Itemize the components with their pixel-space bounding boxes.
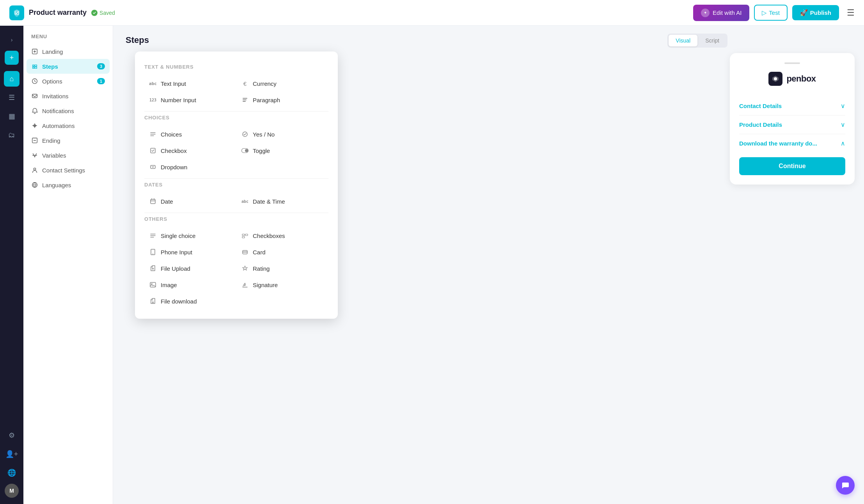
- folder-icon-button[interactable]: 🗂: [4, 127, 20, 143]
- preview-logo-text: penbox: [786, 74, 816, 84]
- home-icon-button[interactable]: ⌂: [4, 71, 20, 87]
- continue-button[interactable]: Continue: [739, 157, 845, 175]
- dates-grid: Date abc Date & Time: [144, 193, 328, 209]
- panel-item-choices[interactable]: Choices: [144, 126, 236, 142]
- sidebar-item-automations[interactable]: Automations: [23, 118, 113, 133]
- panel-item-date[interactable]: Date: [144, 193, 236, 209]
- panel-item-checkbox[interactable]: Checkbox: [144, 142, 236, 159]
- svg-point-26: [774, 77, 777, 80]
- sidebar: Menu Landing Steps 3 Options 1 Invitatio…: [23, 26, 113, 504]
- saved-badge: Saved: [91, 10, 115, 16]
- svg-rect-22: [243, 252, 247, 252]
- list-icon-button[interactable]: ☰: [4, 90, 20, 105]
- panel-item-rating[interactable]: Rating: [236, 260, 328, 277]
- preview-section-contact-details[interactable]: Contact Details ∨: [739, 97, 845, 115]
- panel-item-phone-input[interactable]: Phone Input: [144, 244, 236, 260]
- sidebar-item-notifications[interactable]: Notifications: [23, 103, 113, 118]
- view-visual-button[interactable]: Visual: [669, 35, 697, 46]
- panel-item-toggle[interactable]: Toggle: [236, 142, 328, 159]
- saved-dot-icon: [91, 10, 98, 16]
- globe-icon-button[interactable]: 🌐: [4, 465, 20, 481]
- toggle-icon: [241, 147, 249, 154]
- page-title: Steps: [126, 35, 852, 45]
- date-icon: [149, 197, 157, 205]
- panel-item-number-input[interactable]: 123 Number Input: [144, 92, 236, 108]
- phone-icon: [149, 248, 157, 256]
- preview-section-download[interactable]: Download the warranty do... ∧: [739, 134, 845, 153]
- app-title: Product warranty: [29, 9, 87, 17]
- file-upload-icon: [149, 264, 157, 272]
- sidebar-item-variables[interactable]: Variables: [23, 148, 113, 163]
- paragraph-icon: [241, 96, 249, 104]
- icon-bar: › + ⌂ ☰ ▦ 🗂 ⚙ 👤+ 🌐 M: [0, 26, 23, 504]
- collapse-sidebar-button[interactable]: ›: [4, 32, 20, 48]
- panel-item-yes-no[interactable]: Yes / No: [236, 126, 328, 142]
- avatar-button[interactable]: M: [5, 484, 19, 498]
- penbox-logo-icon: [768, 72, 782, 86]
- publish-button[interactable]: 🚀 Publish: [792, 5, 839, 20]
- add-element-panel: Text & Numbers abc Text Input € Currency…: [135, 51, 338, 319]
- app-logo: [9, 5, 24, 20]
- text-numbers-grid: abc Text Input € Currency 123 Number Inp…: [144, 75, 328, 108]
- table-icon-button[interactable]: ▦: [4, 108, 20, 124]
- date-time-icon: abc: [241, 197, 249, 205]
- sidebar-item-options[interactable]: Options 1: [23, 74, 113, 89]
- svg-point-20: [153, 254, 153, 254]
- panel-item-checkboxes[interactable]: Checkboxes: [236, 227, 328, 244]
- sidebar-menu-label: Menu: [23, 34, 113, 44]
- panel-item-date-time[interactable]: abc Date & Time: [236, 193, 328, 209]
- panel-item-dropdown[interactable]: Dropdown: [144, 159, 236, 175]
- panel-item-single-choice[interactable]: Single choice: [144, 227, 236, 244]
- file-download-icon: [149, 297, 157, 305]
- panel-item-signature[interactable]: Signature: [236, 277, 328, 293]
- sidebar-item-landing[interactable]: Landing: [23, 44, 113, 59]
- chat-bubble-button[interactable]: [836, 476, 855, 495]
- svg-rect-17: [242, 234, 245, 236]
- main-inner: Text & Numbers abc Text Input € Currency…: [113, 45, 864, 319]
- options-badge: 1: [97, 78, 105, 84]
- sidebar-item-contact-settings[interactable]: Contact Settings: [23, 163, 113, 177]
- choices-grid: Choices Yes / No Checkbox: [144, 126, 328, 175]
- topbar: Product warranty Saved ✦ Edit with AI ▷ …: [0, 0, 864, 26]
- panel-item-file-upload[interactable]: File Upload: [144, 260, 236, 277]
- sidebar-item-invitations[interactable]: Invitations: [23, 89, 113, 103]
- topbar-actions: ✦ Edit with AI ▷ Test 🚀 Publish ☰: [693, 5, 855, 21]
- svg-rect-23: [150, 282, 156, 287]
- section-title-text-numbers: Text & Numbers: [144, 64, 328, 70]
- user-add-icon-button[interactable]: 👤+: [4, 446, 20, 462]
- icon-bar-bottom: ⚙ 👤+ 🌐 M: [4, 428, 20, 498]
- preview-section-product-details[interactable]: Product Details ∨: [739, 115, 845, 134]
- svg-point-14: [245, 149, 248, 152]
- view-script-button[interactable]: Script: [698, 35, 726, 46]
- add-button[interactable]: +: [5, 51, 19, 65]
- choices-icon: [149, 130, 157, 138]
- section-title-others: Others: [144, 216, 328, 222]
- main-content-area: Text & Numbers abc Text Input € Currency…: [113, 45, 730, 319]
- sidebar-item-steps[interactable]: Steps 3: [27, 59, 110, 74]
- number-input-icon: 123: [149, 96, 157, 104]
- test-button[interactable]: ▷ Test: [754, 5, 788, 21]
- svg-rect-19: [242, 236, 245, 238]
- panel-item-image[interactable]: Image: [144, 277, 236, 293]
- sidebar-item-ending[interactable]: Ending: [23, 133, 113, 148]
- panel-item-currency[interactable]: € Currency: [236, 75, 328, 92]
- drag-handle: [784, 62, 800, 64]
- currency-icon: €: [241, 80, 249, 87]
- preview-logo: penbox: [739, 72, 845, 86]
- settings-icon-button[interactable]: ⚙: [4, 428, 20, 443]
- panel-item-paragraph[interactable]: Paragraph: [236, 92, 328, 108]
- svg-rect-16: [151, 199, 155, 204]
- sidebar-item-languages[interactable]: Languages: [23, 177, 113, 192]
- menu-button[interactable]: ☰: [847, 8, 855, 18]
- checkboxes-icon: [241, 232, 249, 240]
- edit-ai-button[interactable]: ✦ Edit with AI: [693, 5, 749, 21]
- preview-panel: penbox Contact Details ∨ Product Details…: [730, 53, 855, 185]
- svg-point-24: [151, 284, 153, 285]
- panel-item-file-download[interactable]: File download: [144, 293, 236, 309]
- panel-item-card[interactable]: Card: [236, 244, 328, 260]
- section-title-dates: Dates: [144, 182, 328, 188]
- section-title-choices: Choices: [144, 115, 328, 121]
- panel-item-text-input[interactable]: abc Text Input: [144, 75, 236, 92]
- main-area: Steps Visual Script Text & Numbers abc T…: [113, 26, 864, 504]
- svg-point-6: [34, 168, 35, 170]
